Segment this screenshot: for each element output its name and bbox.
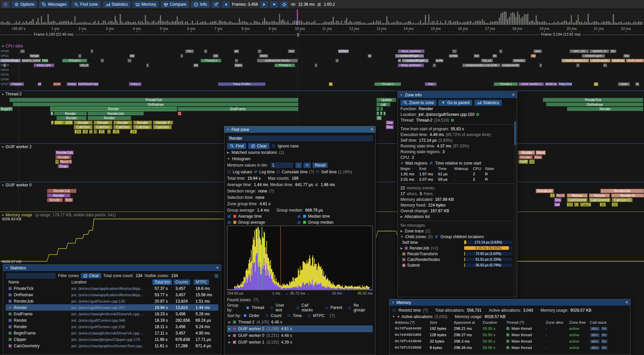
zone[interactable]: Draw [58,164,69,169]
ignore-case-checkbox[interactable] [271,144,276,148]
cpu-segment[interactable]: cfr [213,54,219,58]
zone[interactable]: 24 [130,130,137,134]
cpu-segment[interactable]: Trac [425,82,437,86]
cpu-segment[interactable]: GUIF worker 2 [519,82,544,86]
zone[interactable]: CalcGeome [567,198,588,202]
close-icon[interactable]: ✕ [370,127,373,132]
sort-by-option[interactable]: Order [243,313,259,318]
cpu-segment[interactable] [603,63,607,67]
zone[interactable]: RenderJob [47,189,76,193]
allocation-row[interactable]: 0x7dfc42d64032 bytes298.3 ms59.95 sMain … [392,338,628,344]
frame-select-button[interactable] [270,1,278,8]
zone[interactable]: Render [74,121,93,125]
zone[interactable]: C1 [574,203,579,207]
self-time-checkbox[interactable] [315,170,320,174]
allocation-column-header[interactable]: Thread (?) [506,320,546,324]
zone[interactable]: Render [518,150,535,155]
call-stack-button[interactable]: fre [601,327,608,330]
scrollbar-thumb[interactable] [514,122,516,145]
table-row[interactable]: CalcGeometryjni/../jni/src/claw/graphics… [6,343,218,349]
zone[interactable]: Render [50,107,177,111]
call-stack-button[interactable]: fre [601,340,608,343]
child-zone-row[interactable]: Self time172.14 μs (3.83%) [400,239,514,245]
cpu-segment[interactable]: AB [531,54,536,58]
goto-frame-button[interactable] [280,1,288,8]
cpu-segment[interactable]: kwot [259,54,268,58]
cpu-segment[interactable] [452,49,457,53]
cpu-segment[interactable] [204,49,207,53]
bin-plus-button[interactable]: + [304,163,311,168]
zone[interactable]: CalcGeo [94,125,112,129]
expand-icon[interactable]: ▶ [228,341,231,344]
wait-column-header[interactable]: CPU [473,167,485,171]
zone[interactable]: Sel [554,203,560,207]
table-row[interactable]: Renderjni/../jni/src/guif/Screen.cpp:150… [6,323,218,330]
cpu-segment[interactable]: surfaceflinger [402,59,429,62]
toolbar-button-find-zone[interactable]: Find zone [71,1,101,8]
expand-icon[interactable]: ▶ [227,151,229,154]
zone[interactable]: Rencer [589,193,610,198]
collapse-icon[interactable]: ▼ [5,266,8,270]
zone-trace-header[interactable]: ▶Zone trace(2) [400,228,514,234]
cpu-segment[interactable]: GUIF-work [590,59,610,62]
expand-icon[interactable]: ▶ [400,229,403,233]
cpu-segment[interactable]: iru [185,49,194,53]
expand-icon[interactable]: ▶ [400,215,403,218]
table-row[interactable]: Renderjni/../jni/src/guif/Screen.cpp:257… [6,304,218,311]
zone[interactable]: Rencer [567,193,588,198]
found-zone-group[interactable]: ▶GUIF worker 1(3,192)4.39 s [227,339,373,346]
zone[interactable]: PrivateTick [9,98,299,102]
zone[interactable]: Rerff [518,160,528,164]
collapse-icon[interactable]: ▼ [226,128,229,131]
zone[interactable]: Render [56,116,87,120]
cpu-segment[interactable]: surfacef [338,49,349,53]
zone[interactable]: 16 [83,130,88,134]
cpu-segment[interactable]: GUIF work [626,59,644,62]
zone[interactable]: RenderJo [536,189,554,193]
cpu-segment[interactable] [235,59,238,62]
next-frame-button[interactable] [260,1,268,8]
scrollbar[interactable] [514,118,517,296]
zone[interactable]: -17 [550,193,555,198]
cpu-segment[interactable]: Tracy Profiler [218,82,266,86]
cpu-segment[interactable]: kw [129,54,135,58]
collapse-icon[interactable]: ▼ [392,315,395,318]
cpu-segment[interactable]: Trasyst [9,82,24,86]
cpu-segment[interactable]: tracy_syst [34,63,54,67]
child-zone-row[interactable]: ▶RenderJob(×2)4.16 ms (92.60%) [400,245,514,251]
cpu-segment[interactable] [91,49,93,53]
cpu-segment[interactable]: im [492,54,497,58]
zone[interactable]: Render [55,155,71,160]
call-stack-button[interactable]: alloc [590,333,600,337]
cpu-segment[interactable] [101,59,104,62]
zone[interactable]: RerS [556,193,565,198]
cpu-segment[interactable]: Thread-2 [274,63,295,67]
column-header-counts[interactable]: Counts [173,279,190,285]
zone[interactable]: 24 [74,130,81,134]
expand-icon[interactable]: ▶ [228,327,231,330]
zone[interactable]: 26 [600,203,606,207]
thread-header-guif-worker-2[interactable]: ▼ GUIF worker 2 [1,144,32,149]
cpu-segment[interactable]: fot_co [481,59,493,62]
clear-button[interactable]: Clear [248,143,269,149]
close-icon[interactable]: ✕ [512,93,515,97]
cpu-segment[interactable]: A [329,82,333,86]
wait-column-header[interactable]: Begin [400,167,419,171]
found-zone-group[interactable]: ▶GUIF worker 0(3,231)4.48 s [227,332,373,339]
cpu-segment[interactable]: Thre [42,59,48,62]
group-by-option[interactable]: Thread [246,305,264,310]
table-row[interactable]: EndFramejni/../jni/src/claw/gfx/drv/vk/D… [6,311,218,317]
cpu-segment[interactable]: GUIF worker 0 [561,59,589,62]
time-relative-checkbox[interactable] [429,161,433,165]
cpu-segment[interactable]: Thread-2 [494,82,518,86]
zone[interactable]: BeginFrame [0,107,13,111]
zone-info-title-bar[interactable]: ▼ Zone info ✕ [398,92,517,98]
log-time-checkbox[interactable] [254,170,258,174]
table-row[interactable]: Clipperjni/../jni/src/claw/gfx/geo/Clipp… [6,336,218,343]
zone[interactable]: 18 [54,121,73,125]
cpu-segment[interactable]: sen...sis [570,49,589,53]
cpu-segment[interactable]: composer@2.1-se [HW [462,63,500,67]
cpu-segment[interactable]: kw:gw [30,54,40,58]
cpu-segment[interactable]: tracy_systrace [398,49,425,53]
frame-markers-row[interactable]: Frame 3,193 (22.45 ms) Frame 3,194 (13.9… [0,32,644,37]
